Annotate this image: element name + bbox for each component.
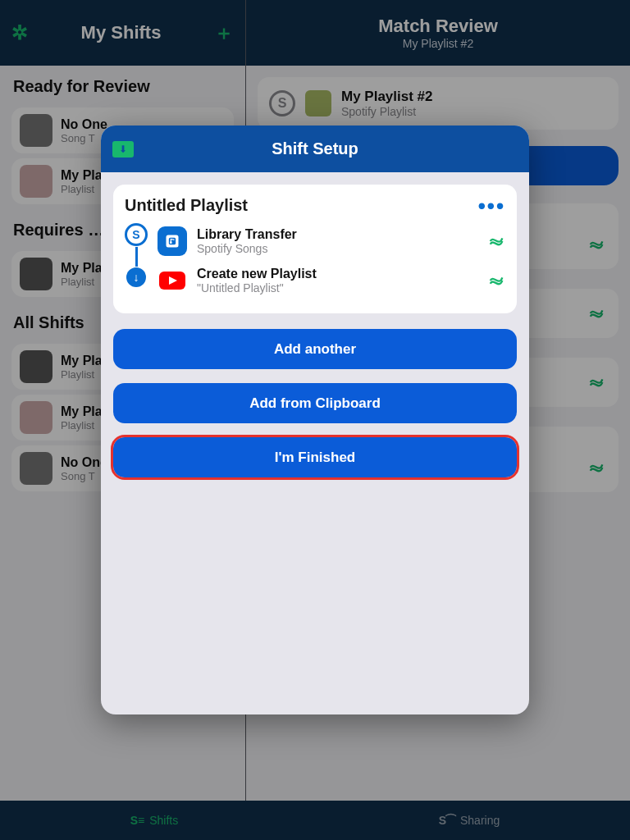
arrow-down-icon: ↓ — [126, 267, 146, 287]
finished-button[interactable]: I'm Finished — [113, 437, 517, 477]
add-another-button[interactable]: Add another — [113, 329, 517, 369]
step-sub: Spotify Songs — [197, 242, 477, 255]
more-icon[interactable]: ••• — [478, 202, 505, 210]
step-title: Library Transfer — [197, 227, 477, 242]
download-icon[interactable]: ⬇ — [112, 141, 134, 158]
edit-icon[interactable] — [487, 272, 505, 290]
library-icon — [158, 226, 187, 256]
add-from-clipboard-button[interactable]: Add from Clipboard — [113, 383, 517, 423]
step-sub: "Untitled Playlist" — [197, 281, 477, 294]
transfer-step-dest[interactable]: Create new Playlist "Untitled Playlist" — [158, 261, 505, 300]
flow-line — [135, 247, 138, 267]
step-title: Create new Playlist — [197, 267, 477, 281]
source-icon: S — [125, 223, 148, 246]
playlist-card: Untitled Playlist ••• S ↓ Library Transf… — [113, 185, 517, 313]
svg-point-2 — [170, 241, 172, 244]
modal-title: Shift Setup — [272, 139, 358, 158]
svg-rect-1 — [169, 238, 176, 244]
shift-setup-modal: ⬇ Shift Setup Untitled Playlist ••• S ↓ … — [101, 126, 529, 714]
edit-icon[interactable] — [487, 232, 505, 250]
card-title: Untitled Playlist — [125, 196, 248, 215]
transfer-step-source[interactable]: Library Transfer Spotify Songs — [158, 221, 505, 261]
modal-header: ⬇ Shift Setup — [101, 126, 529, 172]
youtube-icon — [158, 266, 187, 295]
